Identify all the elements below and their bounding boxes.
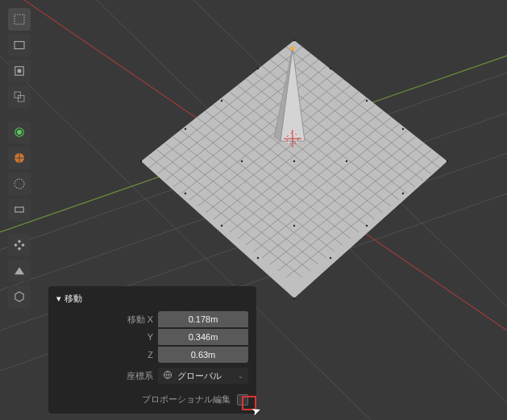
svg-point-63 xyxy=(346,160,347,162)
tool-add[interactable] xyxy=(8,234,31,256)
tool-rotate[interactable] xyxy=(8,85,31,108)
panel-header[interactable]: ▾ 移動 xyxy=(56,291,248,311)
dropdown-value: グローバル xyxy=(177,370,222,382)
svg-point-58 xyxy=(402,193,404,194)
panel-title: 移動 xyxy=(64,293,82,305)
label-orientation: 座標系 xyxy=(56,370,153,382)
field-move-y[interactable]: 0.346m xyxy=(158,329,248,345)
tool-measure[interactable] xyxy=(8,198,31,221)
svg-point-54 xyxy=(330,68,331,69)
svg-point-82 xyxy=(15,179,24,189)
disclosure-triangle-icon: ▾ xyxy=(56,293,61,304)
svg-point-47 xyxy=(293,297,295,299)
svg-point-56 xyxy=(402,128,404,130)
operator-panel: ▾ 移動 移動 X 0.178m Y 0.346m Z 0.63m 座標系 グロ… xyxy=(48,286,256,414)
svg-point-60 xyxy=(330,257,331,259)
svg-point-59 xyxy=(257,257,259,259)
tool-transform[interactable] xyxy=(8,147,31,169)
tool-shelf xyxy=(8,8,31,308)
svg-rect-73 xyxy=(15,15,24,24)
label-proportional: プロポーショナル編集 xyxy=(142,393,231,405)
tool-cursor[interactable] xyxy=(8,34,31,56)
svg-point-57 xyxy=(185,193,186,194)
svg-point-45 xyxy=(293,40,295,41)
label-move-z: Z xyxy=(56,350,153,360)
svg-rect-78 xyxy=(19,96,25,102)
tool-bevel[interactable] xyxy=(8,285,31,308)
svg-point-46 xyxy=(447,160,448,162)
svg-point-50 xyxy=(366,100,368,102)
tool-annotate[interactable] xyxy=(8,173,31,195)
chevron-down-icon: ⌄ xyxy=(238,372,243,380)
label-move-x: 移動 X xyxy=(56,314,153,326)
dropdown-orientation[interactable]: グローバル ⌄ xyxy=(158,368,248,384)
svg-point-48 xyxy=(140,160,142,162)
svg-rect-74 xyxy=(15,42,24,49)
globe-icon xyxy=(163,370,172,381)
svg-rect-83 xyxy=(15,207,24,212)
svg-rect-77 xyxy=(15,92,21,98)
mesh-plane xyxy=(140,40,448,299)
tool-scale[interactable] xyxy=(8,121,31,143)
tool-move[interactable] xyxy=(8,60,31,82)
tool-select-box[interactable] xyxy=(8,8,31,31)
field-move-x[interactable]: 0.178m xyxy=(158,311,248,327)
svg-point-80 xyxy=(17,130,22,135)
field-move-z[interactable]: 0.63m xyxy=(158,347,248,363)
svg-point-61 xyxy=(293,160,295,162)
svg-rect-76 xyxy=(18,69,22,73)
svg-point-65 xyxy=(293,225,295,227)
checkbox-proportional[interactable] xyxy=(237,394,248,405)
svg-point-51 xyxy=(221,225,222,227)
svg-point-55 xyxy=(185,128,186,130)
svg-point-49 xyxy=(221,100,222,102)
tool-extrude[interactable] xyxy=(8,260,31,282)
svg-point-53 xyxy=(257,68,259,69)
label-move-y: Y xyxy=(56,332,153,342)
svg-point-68 xyxy=(291,47,295,51)
svg-point-52 xyxy=(366,225,368,227)
svg-point-62 xyxy=(241,160,243,162)
